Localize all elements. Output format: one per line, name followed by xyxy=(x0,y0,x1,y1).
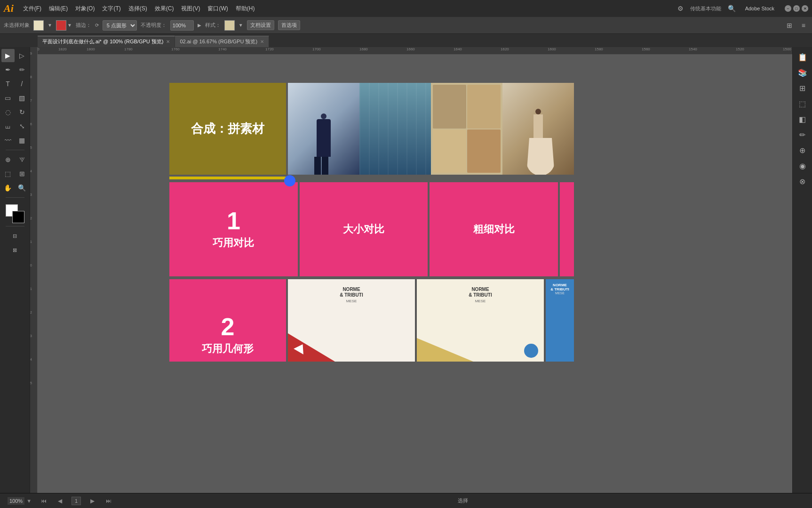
properties-icon[interactable]: 📋 xyxy=(796,51,809,64)
adobe-stock-btn[interactable]: Adobe Stock xyxy=(742,5,777,12)
row3: 2 巧用几何形 NORME& TRIBUTI MESE xyxy=(169,279,574,362)
libraries-icon[interactable]: 📚 xyxy=(796,66,809,79)
ruler-label: 1720 xyxy=(265,47,274,51)
layers-icon[interactable]: ⊞ xyxy=(797,82,807,95)
rectangle-tool[interactable]: ▭ xyxy=(1,91,15,105)
background-swatch[interactable] xyxy=(12,211,24,223)
stroke-color-swatch[interactable] xyxy=(56,20,66,31)
style-swatch[interactable] xyxy=(224,20,235,31)
nav-last-btn[interactable]: ⏭ xyxy=(104,497,113,505)
tab-1-close[interactable]: ✕ xyxy=(260,39,264,44)
pink-block-2: 大小对比 xyxy=(300,182,428,276)
scale-tool[interactable]: ⤡ xyxy=(16,120,29,133)
symbol-tool[interactable]: ⊕ xyxy=(1,153,15,166)
ruler-label-v: 3 xyxy=(30,334,32,338)
graph-tool[interactable]: ▦ xyxy=(16,134,29,147)
type-tools: T / xyxy=(1,77,29,90)
toolbar-separator-1 xyxy=(6,150,24,150)
ruler-label: 1680 xyxy=(359,47,368,51)
pen-tools: ✒ ✏ xyxy=(1,63,29,76)
book1-title: NORME& TRIBUTI xyxy=(292,287,411,298)
slice-tool[interactable]: ⊞ xyxy=(16,167,29,180)
book2-circle xyxy=(524,344,538,358)
graphic-styles-icon[interactable]: ⊗ xyxy=(797,175,807,188)
doc-settings-btn[interactable]: 文档设置 xyxy=(247,20,274,30)
pink-block-3: 粗细对比 xyxy=(430,182,558,276)
tab-0[interactable]: 平面设计到底在做什么.ai* @ 100% (RGB/GPU 预览) ✕ xyxy=(38,36,175,47)
zoom-tool[interactable]: 🔍 xyxy=(16,181,29,194)
nav-first-btn[interactable]: ⏮ xyxy=(39,497,48,505)
eraser-tool[interactable]: ◌ xyxy=(1,105,15,119)
fill-swatch[interactable] xyxy=(33,20,44,31)
nav-prev-btn[interactable]: ◀ xyxy=(56,497,64,505)
opacity-input[interactable] xyxy=(170,20,194,31)
nav-next-btn[interactable]: ▶ xyxy=(88,497,96,505)
brushes-icon[interactable]: ✏ xyxy=(797,129,807,141)
tab-0-close[interactable]: ✕ xyxy=(166,39,170,44)
section1-num: 1 xyxy=(227,209,240,233)
align-icon[interactable]: ≡ xyxy=(799,21,808,30)
warp-tool[interactable]: 〰 xyxy=(1,134,15,147)
tab-bar: 平面设计到底在做什么.ai* @ 100% (RGB/GPU 预览) ✕ 02.… xyxy=(0,34,812,47)
menu-file[interactable]: 文件(F) xyxy=(19,3,45,15)
menu-text[interactable]: 文字(T) xyxy=(98,3,124,15)
tab-1-label: 02.ai @ 16.67% (RGB/GPU 预览) xyxy=(180,38,257,45)
zoom-value[interactable]: 100% xyxy=(8,497,24,505)
arrange-layers-btn[interactable]: ⊠ xyxy=(8,243,22,257)
book-grid: NORME& TRIBUTI MESE NORME& TRIBUTI M xyxy=(288,279,574,362)
ruler-label-v: 5 xyxy=(30,146,32,149)
selection-tools: ▶ ▷ xyxy=(1,49,29,62)
ruler-label: 1620 xyxy=(501,47,509,51)
menu-edit[interactable]: 编辑(E) xyxy=(45,3,72,15)
menu-view[interactable]: 视图(V) xyxy=(177,3,204,15)
menu-window[interactable]: 窗口(W) xyxy=(204,3,231,15)
maximize-button[interactable]: □ xyxy=(793,5,800,12)
photo-cell-4 xyxy=(502,83,574,175)
artboards-icon[interactable]: ⬚ xyxy=(797,97,808,110)
pencil-tool[interactable]: ✏ xyxy=(16,63,29,76)
type-tool[interactable]: T xyxy=(1,77,15,90)
yellow-accent-bar xyxy=(169,177,286,179)
pen-tool[interactable]: ✒ xyxy=(1,63,15,76)
close-button[interactable]: ✕ xyxy=(802,5,808,12)
screen-mode-btn[interactable]: ⊟ xyxy=(8,229,22,242)
arrange-icon[interactable]: ⊞ xyxy=(784,21,795,30)
swatches-icon[interactable]: ◧ xyxy=(797,113,808,126)
stroke-size-select[interactable]: 5 点圆形 xyxy=(103,20,137,31)
ruler-label-v: 3 xyxy=(30,193,32,196)
canvas-area[interactable]: 合成：拼素材 xyxy=(38,55,792,493)
zoom-dropdown-icon[interactable]: ▼ xyxy=(26,498,32,504)
book2-title: NORME& TRIBUTI xyxy=(421,287,540,298)
section2-title: 巧用几何形 xyxy=(202,342,254,356)
rotate-tool[interactable]: ↻ xyxy=(16,105,29,119)
preferences-btn[interactable]: 首选项 xyxy=(278,20,300,30)
direct-selection-tool[interactable]: ▷ xyxy=(16,49,29,62)
reflect-tool[interactable]: ⧢ xyxy=(1,120,15,133)
menu-effect[interactable]: 效果(C) xyxy=(151,3,178,15)
appearance-icon[interactable]: ◉ xyxy=(797,160,808,172)
ruler-label-v: 2 xyxy=(30,311,32,314)
book1-subtitle: MESE xyxy=(292,299,411,303)
hand-tool[interactable]: ✋ xyxy=(1,181,15,194)
path-tools: ◌ ↻ xyxy=(1,105,29,119)
book2-accent xyxy=(417,338,544,362)
workspace-icon[interactable]: ⚙ xyxy=(675,4,686,13)
tab-0-label: 平面设计到底在做什么.ai* @ 100% (RGB/GPU 预览) xyxy=(42,38,163,45)
tab-1[interactable]: 02.ai @ 16.67% (RGB/GPU 预览) ✕ xyxy=(175,36,269,47)
ruler-label: 1740 xyxy=(218,47,227,51)
zoom-control: 100% ▼ xyxy=(8,497,32,505)
menu-select[interactable]: 选择(S) xyxy=(125,3,151,15)
artboard-tool[interactable]: ⬚ xyxy=(1,167,15,180)
minimize-button[interactable]: − xyxy=(785,5,791,12)
selection-tool[interactable]: ▶ xyxy=(1,49,15,62)
symbols-icon[interactable]: ⊕ xyxy=(797,144,807,157)
ruler-label: 1700 xyxy=(312,47,321,51)
column-graph-tool[interactable]: ⩔ xyxy=(16,153,29,166)
menu-object[interactable]: 对象(O) xyxy=(72,3,98,15)
search-icon[interactable]: 🔍 xyxy=(725,4,739,13)
paint-bucket[interactable]: ▧ xyxy=(16,91,29,105)
status-mode: 选择 xyxy=(458,497,468,504)
menu-help[interactable]: 帮助(H) xyxy=(232,3,259,15)
ruler-label-v: 7 xyxy=(30,99,32,102)
line-tool[interactable]: / xyxy=(16,77,29,90)
